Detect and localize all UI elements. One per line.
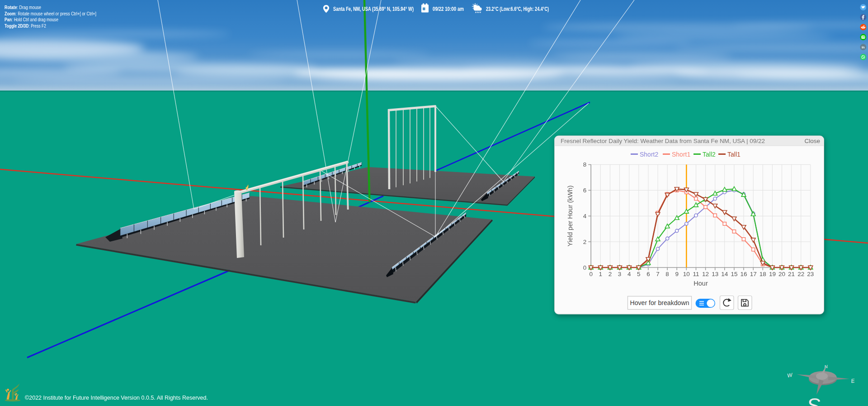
svg-text:20: 20 xyxy=(778,271,785,277)
svg-text:7: 7 xyxy=(656,271,660,277)
svg-text:6: 6 xyxy=(646,271,650,277)
svg-text:5: 5 xyxy=(637,271,641,277)
svg-text:19: 19 xyxy=(769,271,776,277)
svg-text:Tall1: Tall1 xyxy=(727,151,741,158)
svg-text:23.2°C (Low:6.6°C, High: 24.4°: 23.2°C (Low:6.6°C, High: 24.4°C) xyxy=(486,6,549,12)
svg-text:9: 9 xyxy=(675,271,679,277)
svg-text:Tall2: Tall2 xyxy=(703,151,716,158)
svg-text:15: 15 xyxy=(731,271,737,277)
svg-text:Hour: Hour xyxy=(693,280,708,287)
svg-text:16: 16 xyxy=(740,271,747,277)
svg-text:Zoom: Rotate mouse wheel or pr: Zoom: Rotate mouse wheel or press Ctrl+[… xyxy=(5,11,96,16)
svg-text:Fresnel Reflector Daily Yield:: Fresnel Reflector Daily Yield: Weather D… xyxy=(561,138,765,144)
svg-text:0: 0 xyxy=(589,271,593,277)
svg-text:23: 23 xyxy=(807,271,814,277)
svg-text:Santa Fe, NM, USA (35.69° N, 1: Santa Fe, NM, USA (35.69° N, 105.94° W) xyxy=(333,6,414,12)
svg-text:Toggle 2D/3D: Press F2: Toggle 2D/3D: Press F2 xyxy=(5,23,46,29)
svg-text:in: in xyxy=(862,45,865,49)
svg-text:11: 11 xyxy=(693,271,699,277)
svg-text:Rotate: Drag mouse: Rotate: Drag mouse xyxy=(5,5,41,10)
svg-text:Short1: Short1 xyxy=(672,151,690,158)
svg-text:Yield per Hour (kWh): Yield per Hour (kWh) xyxy=(566,186,574,247)
svg-text:3: 3 xyxy=(618,271,622,277)
svg-text:18: 18 xyxy=(760,271,766,277)
svg-text:Pan: Hold Ctrl and drag mouse: Pan: Hold Ctrl and drag mouse xyxy=(5,17,58,22)
svg-text:1: 1 xyxy=(599,271,603,277)
svg-text:Close: Close xyxy=(804,138,820,144)
svg-text:13: 13 xyxy=(712,271,718,277)
svg-text:©2022 Institute for Future Int: ©2022 Institute for Future Intelligence … xyxy=(25,394,208,401)
svg-text:S: S xyxy=(807,394,821,406)
svg-text:09/22 10:00 am: 09/22 10:00 am xyxy=(433,6,464,12)
svg-text:21: 21 xyxy=(788,271,795,277)
svg-text:LINE: LINE xyxy=(862,36,865,38)
svg-text:8: 8 xyxy=(583,161,587,168)
svg-text:2: 2 xyxy=(583,239,587,245)
svg-text:0: 0 xyxy=(583,264,587,271)
svg-text:2: 2 xyxy=(609,271,612,277)
svg-text:10: 10 xyxy=(683,271,690,277)
svg-text:8: 8 xyxy=(665,271,669,277)
svg-text:6: 6 xyxy=(583,187,587,194)
svg-text:17: 17 xyxy=(750,271,757,277)
svg-text:12: 12 xyxy=(702,271,709,277)
svg-text:4: 4 xyxy=(627,271,631,277)
svg-text:4: 4 xyxy=(583,213,587,220)
svg-text:22: 22 xyxy=(797,271,804,277)
svg-text:Short2: Short2 xyxy=(640,151,658,158)
svg-text:14: 14 xyxy=(721,271,728,277)
svg-text:Hover for breakdown: Hover for breakdown xyxy=(630,299,689,306)
